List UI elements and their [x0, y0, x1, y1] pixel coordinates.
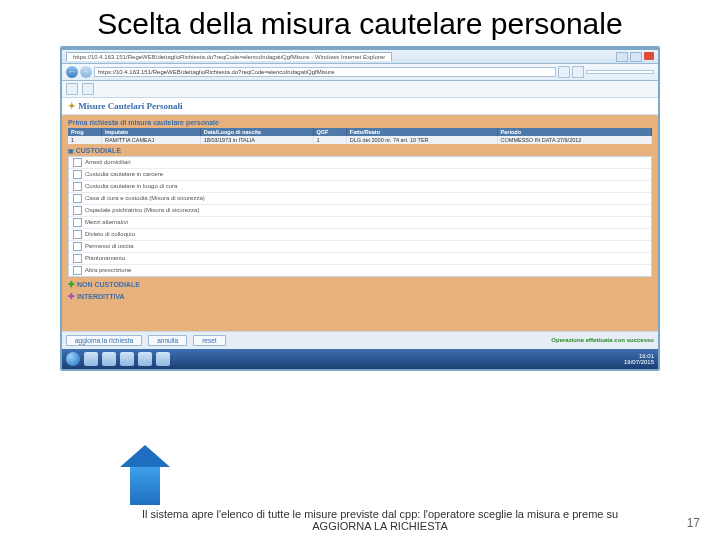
list-item[interactable]: Ospedale psichiatrico (Misura di sicurez…: [69, 205, 651, 217]
start-orb-icon[interactable]: [66, 352, 80, 366]
url-input[interactable]: https://10.4.163.151/RegeWEB/dettaglioRi…: [94, 67, 556, 77]
refresh-icon[interactable]: [558, 66, 570, 78]
slide-title: Scelta della misura cautelare personale: [40, 8, 680, 40]
list-item[interactable]: Permessi di uscita: [69, 241, 651, 253]
window-titlebar: https://10.4.163.151/RegeWEB/dettaglioRi…: [62, 50, 658, 64]
address-bar: ← → https://10.4.163.151/RegeWEB/dettagl…: [62, 64, 658, 81]
reset-button[interactable]: reset: [193, 335, 225, 346]
content-area: Prima richiesta di misura cautelare pers…: [62, 115, 658, 331]
favorites-icon[interactable]: [66, 83, 78, 95]
expand-icon: ✚: [68, 280, 75, 289]
slide-caption: Il sistema apre l'elenco di tutte le mis…: [120, 508, 640, 532]
browser-tab[interactable]: https://10.4.163.151/RegeWEB/dettaglioRi…: [66, 52, 392, 61]
checkbox-icon[interactable]: [73, 218, 82, 227]
list-item[interactable]: Divieto di colloquio: [69, 229, 651, 241]
col-imputato: Imputato: [101, 128, 200, 136]
home-icon[interactable]: [82, 83, 94, 95]
checkbox-icon[interactable]: [73, 254, 82, 263]
page-title: ✦ Misure Cautelari Personali: [62, 98, 658, 115]
checkbox-icon[interactable]: [73, 182, 82, 191]
measure-list: Arresti domiciliari Custodia cautelare i…: [68, 156, 652, 277]
list-item[interactable]: Arresti domiciliari: [69, 157, 651, 169]
section-custodiale[interactable]: CUSTODIALE: [68, 147, 652, 154]
col-qgf: QGF: [313, 128, 346, 136]
list-item[interactable]: Altra prescrizione: [69, 265, 651, 276]
taskbar: 16:0119/07/2015: [62, 349, 658, 369]
minimize-icon[interactable]: [616, 52, 628, 62]
list-item[interactable]: Casa di cura e custodia (Misura di sicur…: [69, 193, 651, 205]
col-prog: Prog: [68, 128, 101, 136]
defendant-grid: Prog Imputato Data/Luogo di nascita QGF …: [68, 128, 652, 144]
task-icon[interactable]: [102, 352, 116, 366]
expand-icon: ✚: [68, 292, 75, 301]
favorites-bar: [62, 81, 658, 98]
checkbox-icon[interactable]: [73, 194, 82, 203]
task-icon[interactable]: [84, 352, 98, 366]
section-interdittiva[interactable]: ✚ INTERDITTIVA: [68, 292, 652, 301]
content-subtitle: Prima richiesta di misura cautelare pers…: [68, 119, 652, 126]
search-input[interactable]: [586, 70, 654, 74]
update-request-button[interactable]: aggiorna la richiesta: [66, 335, 142, 346]
table-row[interactable]: 1 RAMITTIA CAMEAJ 18/03/1973 in ITALIA 1…: [68, 136, 652, 144]
checkbox-icon[interactable]: [73, 242, 82, 251]
callout-arrow: [130, 445, 170, 505]
clock[interactable]: 16:0119/07/2015: [624, 353, 654, 365]
checkbox-icon[interactable]: [73, 206, 82, 215]
section-non-custodiale[interactable]: ✚ NON CUSTODIALE: [68, 280, 652, 289]
checkbox-icon[interactable]: [73, 170, 82, 179]
cancel-button[interactable]: annulla: [148, 335, 187, 346]
status-message: Operazione effettuata con successo: [551, 337, 654, 343]
list-item[interactable]: Custodia cautelare in carcere: [69, 169, 651, 181]
list-item[interactable]: Mezzi alternativi: [69, 217, 651, 229]
task-icon[interactable]: [138, 352, 152, 366]
back-icon[interactable]: ←: [66, 66, 78, 78]
col-nascita: Data/Luogo di nascita: [200, 128, 313, 136]
browser-window: https://10.4.163.151/RegeWEB/dettaglioRi…: [60, 46, 660, 371]
list-item[interactable]: Custodia cautelare in luogo di cura: [69, 181, 651, 193]
checkbox-icon[interactable]: [73, 158, 82, 167]
task-icon[interactable]: [156, 352, 170, 366]
close-icon[interactable]: [644, 52, 654, 60]
forward-icon[interactable]: →: [80, 66, 92, 78]
checkbox-icon[interactable]: [73, 266, 82, 275]
stop-icon[interactable]: [572, 66, 584, 78]
list-item[interactable]: Piantonamento: [69, 253, 651, 265]
maximize-icon[interactable]: [630, 52, 642, 62]
task-icon[interactable]: [120, 352, 134, 366]
button-bar: aggiorna la richiesta annulla reset Oper…: [62, 331, 658, 349]
col-periodo: Periodo: [497, 128, 651, 136]
page-number: 17: [687, 516, 700, 530]
col-reato: Fatto/Reato: [346, 128, 497, 136]
checkbox-icon[interactable]: [73, 230, 82, 239]
